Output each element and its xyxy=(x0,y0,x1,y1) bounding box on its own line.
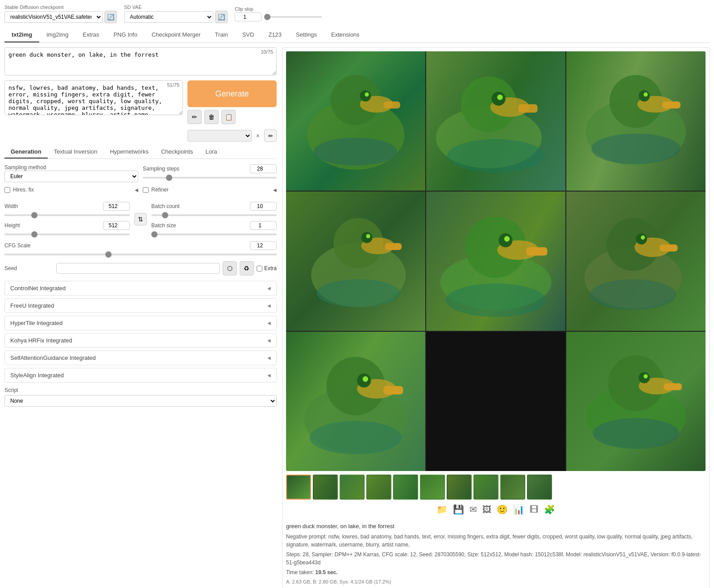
sub-tab-generation[interactable]: Generation xyxy=(4,146,48,158)
tab-extensions[interactable]: Extensions xyxy=(324,28,367,42)
width-input[interactable]: 512 xyxy=(103,202,130,211)
thumbnail-10[interactable] xyxy=(527,475,552,500)
tab-settings[interactable]: Settings xyxy=(289,28,324,42)
send-to-img2img-button[interactable]: 🖼 xyxy=(482,504,491,515)
clip-skip-label: Clip skip xyxy=(235,6,322,12)
svg-rect-40 xyxy=(660,245,678,252)
kohya-header[interactable]: Kohya HRFix Integrated ◀ xyxy=(5,334,276,347)
filmstrip-button[interactable]: 🎞 xyxy=(530,504,539,515)
grid-cell-9 xyxy=(566,332,706,471)
negative-counter: 51/75 xyxy=(167,82,179,88)
seed-recycle-button[interactable]: ♻ xyxy=(240,261,254,275)
controlnet-header[interactable]: ControlNet Integrated ◀ xyxy=(5,281,276,295)
negative-prompt[interactable]: nsfw, lowres, bad anatomy, bad hands, te… xyxy=(4,80,183,115)
refiner-label: Refiner xyxy=(151,187,169,193)
thumbnail-4[interactable] xyxy=(366,475,391,500)
cfg-scale-input[interactable]: 12 xyxy=(250,241,277,250)
thumbnail-7[interactable] xyxy=(447,475,472,500)
sub-tab-hypernetworks[interactable]: Hypernetworks xyxy=(104,146,155,158)
batch-count-slider[interactable] xyxy=(151,214,277,216)
sub-tab-checkpoints[interactable]: Checkpoints xyxy=(155,146,199,158)
sub-tab-lora[interactable]: Lora xyxy=(199,146,223,158)
batch-count-input[interactable]: 10 xyxy=(250,202,277,211)
batch-count-label: Batch count xyxy=(151,203,200,209)
edit-prompt-button[interactable]: ✏ xyxy=(187,110,202,124)
clip-skip-input[interactable]: 1 xyxy=(235,13,262,21)
clipboard-button[interactable]: 📋 xyxy=(221,110,236,124)
width-slider[interactable] xyxy=(4,214,130,216)
style-edit-button[interactable]: ✏ xyxy=(264,129,277,142)
hires-fix-expand-button[interactable]: ◀ xyxy=(135,188,138,192)
swap-dimensions-button[interactable]: ⇅ xyxy=(134,213,147,225)
clip-skip-slider[interactable] xyxy=(264,16,322,18)
puzzle-button[interactable]: 🧩 xyxy=(544,504,555,515)
image-actions: 📁 💾 ✉ 🖼 🙂 📊 🎞 🧩 xyxy=(286,500,706,519)
generate-button[interactable]: Generate xyxy=(187,80,277,107)
info-negative: Negative prompt: nsfw, lowres, bad anato… xyxy=(286,533,706,549)
stylealign-header[interactable]: StyleAlign Integrated ◀ xyxy=(5,368,276,382)
seed-dice-button[interactable]: ⬡ xyxy=(223,261,237,275)
save-button[interactable]: 💾 xyxy=(453,504,464,515)
thumbnail-2[interactable] xyxy=(313,475,338,500)
info-time: Time taken: 19.5 sec. xyxy=(286,568,706,576)
interrogate-button[interactable]: 🙂 xyxy=(497,504,508,515)
trash-button[interactable]: 🗑 xyxy=(204,110,219,124)
thumbnail-5[interactable] xyxy=(393,475,418,500)
seed-input[interactable]: 2870305590 xyxy=(56,263,220,274)
thumbnail-9[interactable] xyxy=(500,475,525,500)
tab-img2img[interactable]: img2img xyxy=(39,28,75,42)
sampling-method-label: Sampling method xyxy=(4,164,54,171)
tab-svd[interactable]: SVD xyxy=(235,28,262,42)
sampling-method-select[interactable]: Euler xyxy=(4,171,138,182)
vae-select[interactable]: Automatic xyxy=(124,11,213,23)
batch-size-slider[interactable] xyxy=(151,234,277,235)
time-label: Time taken: xyxy=(286,569,314,575)
thumbnail-8[interactable] xyxy=(473,475,498,500)
svg-rect-33 xyxy=(527,247,548,256)
open-folder-button[interactable]: 📁 xyxy=(436,504,448,515)
tab-z123[interactable]: Z123 xyxy=(261,28,289,42)
style-x-button[interactable]: × xyxy=(253,131,262,140)
thumbnail-1[interactable] xyxy=(286,475,311,500)
hypertile-accordion: HyperTile Integrated ◀ xyxy=(4,316,277,330)
tab-png-info[interactable]: PNG Info xyxy=(106,28,144,42)
height-input[interactable]: 512 xyxy=(103,221,130,230)
tab-txt2img[interactable]: txt2img xyxy=(4,28,39,42)
refiner-checkbox[interactable] xyxy=(143,187,149,193)
vae-label: SD VAE xyxy=(124,4,228,10)
extras-button[interactable]: 📊 xyxy=(513,504,524,515)
height-slider[interactable] xyxy=(4,234,130,235)
thumbnail-3[interactable] xyxy=(340,475,365,500)
hires-fix-label: Hires. fix xyxy=(13,187,34,193)
cfg-scale-slider[interactable] xyxy=(4,254,277,255)
sub-tab-textual-inversion[interactable]: Textual Inversion xyxy=(48,146,104,158)
extra-seed-label: Extra xyxy=(264,265,277,271)
tab-checkpoint-merger[interactable]: Checkpoint Merger xyxy=(145,28,208,42)
tab-extras[interactable]: Extras xyxy=(75,28,106,42)
grid-cell-6 xyxy=(566,192,706,331)
sag-header[interactable]: SelfAttentionGuidance Integrated ◀ xyxy=(5,351,276,365)
svg-point-39 xyxy=(641,235,645,239)
hypertile-label: HyperTile Integrated xyxy=(10,320,62,326)
style-select[interactable] xyxy=(187,130,252,142)
checkpoint-select[interactable]: realisticVisionV51_v51VAE.safetensors [1… xyxy=(4,11,103,23)
positive-prompt[interactable]: green duck monster, on lake, in the forr… xyxy=(4,47,277,75)
vae-refresh-button[interactable]: 🔄 xyxy=(215,11,228,23)
batch-size-input[interactable]: 1 xyxy=(250,221,277,230)
hypertile-header[interactable]: HyperTile Integrated ◀ xyxy=(5,316,276,330)
hires-fix-checkbox[interactable] xyxy=(4,187,10,193)
sag-arrow: ◀ xyxy=(267,355,271,360)
freeu-header[interactable]: FreeU Integrated ◀ xyxy=(5,299,276,313)
refiner-expand-button[interactable]: ◀ xyxy=(273,188,277,192)
extra-seed-checkbox[interactable] xyxy=(257,266,262,271)
hypertile-arrow: ◀ xyxy=(267,321,271,325)
tab-train[interactable]: Train xyxy=(208,28,235,42)
controlnet-accordion: ControlNet Integrated ◀ xyxy=(4,281,277,296)
script-select[interactable]: None xyxy=(4,395,277,407)
send-button[interactable]: ✉ xyxy=(469,504,477,515)
thumbnail-6[interactable] xyxy=(420,475,445,500)
checkpoint-refresh-button[interactable]: 🔄 xyxy=(104,11,117,23)
sampling-steps-input[interactable]: 28 xyxy=(250,164,277,173)
freeu-label: FreeU Integrated xyxy=(10,302,54,309)
sampling-steps-slider[interactable] xyxy=(143,177,277,179)
